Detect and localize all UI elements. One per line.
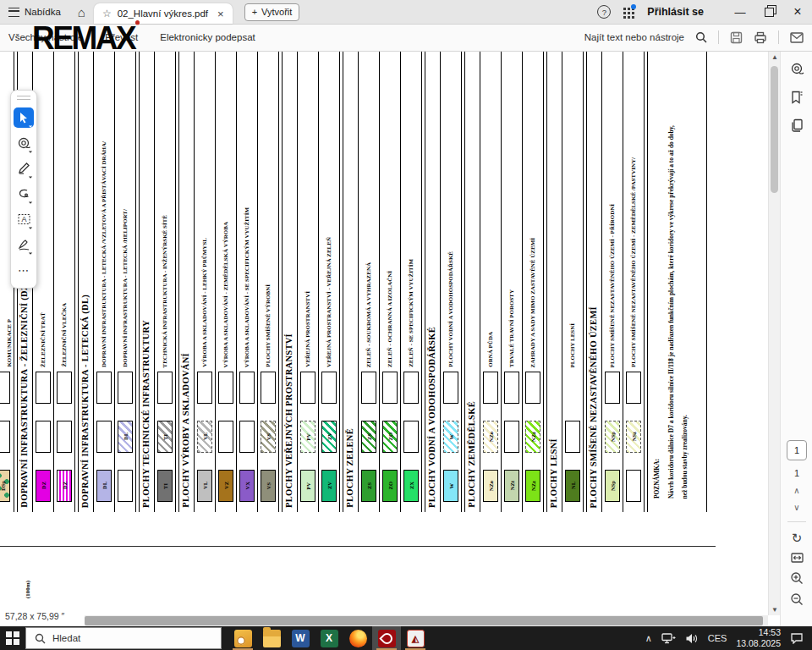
signin-button[interactable]: Přihlásit se bbox=[647, 6, 704, 18]
legend-item-swatches: TITI bbox=[155, 372, 175, 512]
esign-button[interactable]: Elektronicky podepsat bbox=[160, 32, 255, 42]
home-icon[interactable]: ⌂ bbox=[69, 5, 94, 19]
firefox-icon bbox=[349, 630, 367, 647]
scroll-down-icon[interactable]: ▼ bbox=[769, 603, 781, 615]
taskbar-app-acrobat[interactable] bbox=[372, 626, 401, 650]
vertical-scrollbar[interactable]: ▲ ▼ bbox=[768, 51, 781, 615]
create-button[interactable]: + Vytvořit bbox=[244, 3, 300, 21]
draw-tool[interactable] bbox=[14, 184, 34, 204]
clock[interactable]: 14:53 13.08.2025 bbox=[736, 627, 781, 649]
search-icon[interactable] bbox=[695, 31, 707, 43]
tray-chevron-up-icon[interactable]: ∧ bbox=[645, 633, 652, 644]
legend-item: VEŘEJNÁ PROSTRANSTVÍ - VEŘEJNÁ ZELEŇZVZV bbox=[318, 51, 339, 512]
taskbar-app-clock-folder[interactable] bbox=[228, 626, 257, 650]
legend-swatch-hatch: W bbox=[443, 421, 458, 453]
taskbar-app-word[interactable]: W bbox=[286, 626, 315, 650]
vertical-scroll-thumb[interactable] bbox=[771, 66, 778, 193]
page-number-input[interactable]: 1 bbox=[787, 440, 807, 460]
find-label[interactable]: Najít text nebo nástroje bbox=[584, 32, 684, 42]
legend-swatch-hatch: ZS bbox=[361, 421, 376, 453]
star-icon[interactable]: ☆ bbox=[102, 8, 112, 19]
legend-item: PLOCHY SMÍŠENÉ VÝROBNÍVSVS bbox=[257, 51, 278, 512]
legend-group-header-text: PLOCHY TECHNICKÉ INFRASTRUKTURY bbox=[142, 320, 151, 508]
hamburger-icon bbox=[8, 8, 19, 17]
legend-group: DOPRAVNÍ INFRASTRUKTURA - LETECKÁ (DL)DO… bbox=[78, 51, 136, 512]
legend-note-column: POZNÁMKA: Návrh koridoru dálnice D7 a ko… bbox=[647, 51, 707, 512]
print-icon[interactable] bbox=[754, 31, 767, 44]
swatch-code: VZ bbox=[223, 482, 229, 489]
legend-swatch-box bbox=[300, 372, 315, 404]
legend-item-swatches: ZX bbox=[401, 372, 421, 512]
page-thumbnails-icon[interactable] bbox=[791, 118, 804, 132]
mail-icon[interactable] bbox=[790, 32, 804, 43]
create-label: Vytvořit bbox=[261, 7, 292, 17]
swatch-code: DL bbox=[102, 482, 107, 489]
comments-icon[interactable] bbox=[790, 63, 804, 76]
previous-page-icon[interactable]: ∧ bbox=[793, 486, 799, 495]
legend-item-label: TRVALÉ TRAVNÍ POROSTY bbox=[509, 289, 515, 367]
legend-swatch-box bbox=[197, 372, 212, 404]
legend-swatch-hatch: ZO bbox=[382, 421, 398, 453]
image-viewer-icon: ◭ bbox=[407, 630, 425, 647]
select-arrow-tool[interactable] bbox=[14, 107, 34, 128]
legend-swatch-vstripes: DZ bbox=[57, 470, 72, 502]
windows-logo-icon bbox=[6, 631, 19, 645]
bookmarks-icon[interactable] bbox=[791, 91, 803, 104]
legend-item-swatches: ZSZS bbox=[359, 372, 379, 512]
panel-drag-handle[interactable] bbox=[17, 96, 30, 100]
swatch-code: ZX bbox=[409, 482, 414, 489]
divider bbox=[778, 30, 779, 44]
rotate-icon[interactable]: ↻ bbox=[792, 532, 803, 544]
acrobat-icon bbox=[378, 630, 396, 647]
next-page-icon[interactable]: ∨ bbox=[793, 503, 799, 512]
save-icon[interactable] bbox=[730, 31, 743, 44]
legend-item: TRVALÉ TRAVNÍ POROSTYNZt bbox=[501, 51, 522, 512]
legend-item: PLOCHY VODNÍ A VODOHOSPODÁŘSKÉWW bbox=[440, 51, 461, 512]
zoom-in-icon[interactable] bbox=[790, 571, 804, 585]
legend-group: PLOCHY TECHNICKÉ INFRASTRUKTURYTECHNICKÁ… bbox=[139, 51, 176, 512]
zoom-out-icon[interactable] bbox=[790, 592, 804, 606]
legend-swatch-solid: ZX bbox=[403, 470, 419, 502]
fit-width-icon[interactable] bbox=[790, 552, 804, 564]
minimize-button[interactable]: — bbox=[726, 0, 754, 24]
speaker-icon[interactable] bbox=[685, 633, 699, 644]
tab-close-icon[interactable]: × bbox=[217, 8, 224, 20]
horizontal-scrollbar[interactable]: ‹ bbox=[0, 615, 768, 626]
restore-icon bbox=[765, 8, 774, 17]
legend-swatch-solid: ZV bbox=[321, 470, 337, 502]
taskbar-app-firefox[interactable] bbox=[343, 626, 372, 650]
taskbar-search-input[interactable]: Hledat bbox=[25, 627, 222, 649]
legend-swatch-hatch: NSp bbox=[605, 421, 620, 453]
restore-button[interactable] bbox=[754, 0, 783, 24]
language-indicator[interactable]: CES bbox=[708, 633, 727, 643]
legend-swatch-box bbox=[483, 372, 498, 404]
legend-group: PLOCHY ZEMĚDĚLSKÉORNÁ PŮDANZoNZoTRVALÉ T… bbox=[464, 51, 544, 512]
more-tools[interactable]: ⋯ bbox=[14, 260, 34, 280]
taskbar-app-file-explorer[interactable] bbox=[257, 626, 286, 650]
taskbar-app-image-viewer[interactable]: ◭ bbox=[401, 626, 430, 650]
add-text-tool[interactable]: A bbox=[14, 209, 34, 229]
scroll-up-icon[interactable]: ▲ bbox=[769, 51, 781, 63]
legend-item: DOPRAVNÍ INFRASTRUKTURA - LETECKÁ /HELIP… bbox=[114, 51, 135, 512]
highlight-tool[interactable] bbox=[14, 158, 34, 179]
legend-item: PLOCHY LESNÍNL bbox=[562, 51, 583, 512]
legend-item: ZAHRADY A SADY MIMO ZASTAVĚNÉ ÚZEMÍNZzNZ… bbox=[522, 51, 543, 512]
close-button[interactable]: × bbox=[783, 0, 812, 24]
legend-group-header: PLOCHY SMÍŠENÉ NEZASTAVĚNÉHO ÚZEMÍ bbox=[587, 51, 601, 512]
legend-item-swatches: NZoNZo bbox=[480, 372, 501, 512]
horizontal-scroll-thumb[interactable] bbox=[85, 616, 763, 625]
legend-group-header: PLOCHY VODNÍ A VODOHOSPODÁŘSKÉ bbox=[425, 51, 440, 512]
comment-tool[interactable] bbox=[14, 133, 34, 153]
start-button[interactable] bbox=[0, 626, 25, 650]
apps-grid-icon[interactable] bbox=[623, 7, 634, 18]
taskbar-app-excel[interactable]: X bbox=[315, 626, 343, 650]
right-panel: 1 1 ∧ ∨ ↻ bbox=[780, 51, 812, 626]
legend-item: ZELEŇ - SOUKROMÁ A VYHRAZENÁZSZS bbox=[358, 51, 379, 512]
notification-dot bbox=[631, 4, 636, 9]
network-icon[interactable] bbox=[661, 633, 676, 644]
sign-tool[interactable] bbox=[14, 234, 34, 255]
notification-icon[interactable] bbox=[790, 632, 804, 644]
legend-item-swatches: ZVZV bbox=[319, 372, 339, 512]
legend-group-header-text: PLOCHY LESNÍ bbox=[550, 438, 559, 508]
help-icon[interactable]: ? bbox=[597, 5, 611, 19]
